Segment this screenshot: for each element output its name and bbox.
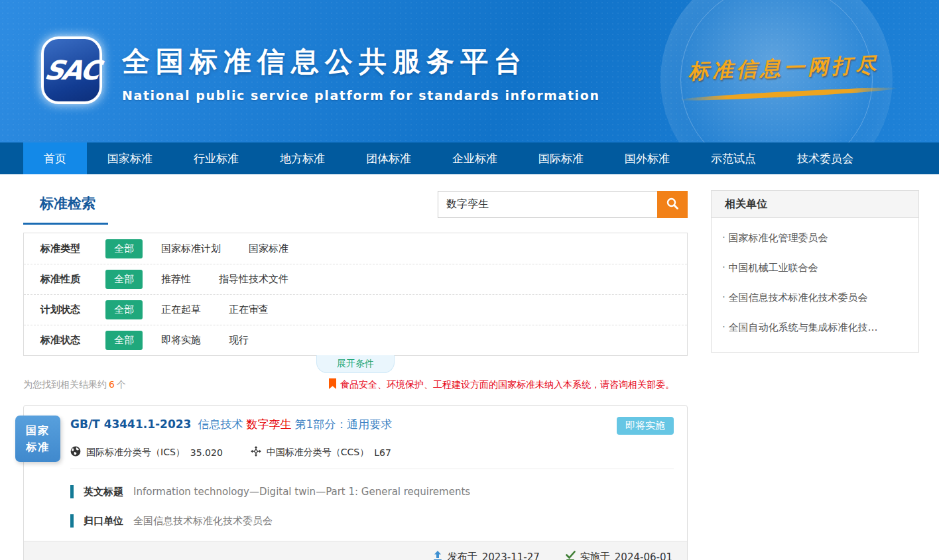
ccs-group: 中国标准分类号（CCS） L67 [251, 446, 391, 459]
brand[interactable]: SAC 全国标准信息公共服务平台 National public service… [41, 36, 600, 104]
detail-label: 归口单位 [84, 515, 123, 528]
detail-value: 全国信息技术标准化技术委员会 [133, 515, 273, 528]
results-count: 为您找到相关结果约6个 [23, 379, 126, 391]
system-notice: 食品安全、环境保护、工程建设方面的国家标准未纳入本系统，请咨询相关部委。 [328, 378, 674, 392]
related-unit-link[interactable]: 中国机械工业联合会 [722, 253, 908, 283]
ccs-value: L67 [374, 447, 391, 458]
related-units-panel: 相关单位 国家标准化管理委员会 中国机械工业联合会 全国信息技术标准化技术委员会… [711, 190, 919, 353]
expand-conditions-button[interactable]: 展开条件 [316, 355, 395, 373]
nav-item-industry-standards[interactable]: 行业标准 [173, 142, 259, 174]
filter-all-button[interactable]: 全部 [105, 239, 143, 258]
site-title: 全国标准信息公共服务平台 [122, 43, 600, 80]
card-meta-row: 国际标准分类号（ICS） 35.020 [70, 446, 674, 459]
nav-item-international-standards[interactable]: 国际标准 [518, 142, 604, 174]
site-header: SAC 全国标准信息公共服务平台 National public service… [0, 0, 939, 142]
publish-label: 发布于 [448, 551, 477, 560]
type-badge-line2: 标准 [26, 439, 50, 455]
search-section: 标准检索 [23, 190, 688, 225]
search-box [438, 191, 688, 218]
standard-title-link[interactable]: GB/T 43441.1-2023信息技术数字孪生第1部分：通用要求 [70, 417, 603, 432]
standard-type-badge[interactable]: 国家 标准 [15, 416, 60, 462]
filter-option[interactable]: 正在起草 [161, 304, 201, 316]
notice-text: 食品安全、环境保护、工程建设方面的国家标准未纳入本系统，请咨询相关部委。 [340, 379, 674, 391]
sac-logo-text: SAC [42, 55, 101, 85]
results-count-number: 6 [109, 379, 115, 390]
compass-icon [251, 446, 261, 459]
filter-all-button[interactable]: 全部 [105, 300, 143, 319]
filter-label: 标准性质 [40, 273, 105, 286]
implement-date: 2024-06-01 [615, 551, 672, 560]
card-title-row: GB/T 43441.1-2023信息技术数字孪生第1部分：通用要求 即将实施 [70, 417, 674, 435]
check-icon [565, 551, 576, 560]
related-units-list: 国家标准化管理委员会 中国机械工业联合会 全国信息技术标准化技术委员会 全国自动… [712, 218, 918, 352]
ics-group: 国际标准分类号（ICS） 35.020 [70, 446, 223, 459]
related-units-title: 相关单位 [712, 191, 918, 218]
filter-label: 计划状态 [40, 304, 105, 316]
filter-option[interactable]: 现行 [229, 334, 249, 347]
nav-item-home[interactable]: 首页 [23, 142, 87, 174]
sac-logo: SAC [41, 36, 102, 104]
filter-option[interactable]: 国家标准 [249, 243, 288, 255]
filter-row-standard-status: 标准状态 全部 即将实施 现行 [24, 325, 687, 355]
filter-label: 标准状态 [40, 334, 105, 347]
ccs-label: 中国标准分类号（CCS） [267, 447, 369, 459]
search-button[interactable] [657, 191, 688, 218]
card-divider [70, 469, 674, 469]
status-badge: 即将实施 [617, 417, 674, 435]
filter-option[interactable]: 正在审查 [229, 304, 269, 316]
filter-option[interactable]: 推荐性 [161, 273, 191, 286]
publish-date: 2023-11-27 [482, 551, 540, 560]
bookmark-icon [328, 378, 337, 392]
search-icon [666, 197, 679, 212]
teal-bar [70, 514, 74, 528]
teal-bar [70, 485, 74, 498]
search-input[interactable] [438, 191, 657, 218]
ics-label: 国际标准分类号（ICS） [86, 447, 185, 459]
nav-item-foreign-standards[interactable]: 国外标准 [604, 142, 690, 174]
filter-box: 标准类型 全部 国家标准计划 国家标准 标准性质 全部 推荐性 指导性技术文件 … [23, 233, 688, 356]
ics-value: 35.020 [190, 447, 223, 458]
standard-title-seg1: 信息技术 [198, 418, 243, 431]
section-title: 标准检索 [23, 190, 108, 225]
nav-item-pilot[interactable]: 示范试点 [690, 142, 777, 174]
standard-title-seg2: 第1部分：通用要求 [294, 418, 392, 431]
filter-option[interactable]: 指导性技术文件 [219, 273, 288, 286]
publish-date-item: 发布于 2023-11-27 [432, 551, 540, 560]
filter-label: 标准类型 [40, 243, 105, 255]
nav-item-local-standards[interactable]: 地方标准 [259, 142, 345, 174]
related-unit-link[interactable]: 全国自动化系统与集成标准化技… [722, 313, 908, 343]
site-titles: 全国标准信息公共服务平台 National public service pla… [122, 36, 600, 103]
standard-code: GB/T 43441.1-2023 [70, 418, 191, 431]
related-unit-link[interactable]: 全国信息技术标准化技术委员会 [722, 283, 908, 313]
standard-result-card: 国家 标准 GB/T 43441.1-2023信息技术数字孪生第1部分：通用要求… [23, 405, 688, 560]
publish-icon [432, 551, 443, 560]
filter-all-button[interactable]: 全部 [105, 270, 143, 289]
filter-row-plan-status: 计划状态 全部 正在起草 正在审查 [24, 294, 687, 325]
nav-item-technical-committee[interactable]: 技术委员会 [777, 142, 874, 174]
nav-item-national-standards[interactable]: 国家标准 [87, 142, 173, 174]
globe-icon [70, 446, 81, 459]
page-content: 标准检索 标准类型 全部 国家标准计划 国家标准 [0, 174, 939, 560]
results-count-suffix: 个 [117, 379, 126, 390]
type-badge-line1: 国家 [26, 422, 50, 439]
filter-option[interactable]: 国家标准计划 [161, 243, 221, 255]
english-title-row: 英文标题 Information technology—Digital twin… [70, 485, 674, 498]
nav-item-enterprise-standards[interactable]: 企业标准 [432, 142, 518, 174]
card-body: GB/T 43441.1-2023信息技术数字孪生第1部分：通用要求 即将实施 [24, 406, 687, 541]
main-column: 标准检索 标准类型 全部 国家标准计划 国家标准 [23, 190, 688, 560]
results-info-row: 为您找到相关结果约6个 食品安全、环境保护、工程建设方面的国家标准未纳入本系统，… [23, 378, 688, 392]
implement-date-item: 实施于 2024-06-01 [565, 551, 672, 560]
implement-label: 实施于 [580, 551, 610, 560]
nav-item-group-standards[interactable]: 团体标准 [345, 142, 432, 174]
filter-all-button[interactable]: 全部 [105, 331, 143, 350]
related-unit-link[interactable]: 国家标准化管理委员会 [722, 223, 908, 253]
standard-title-highlight: 数字孪生 [246, 418, 291, 431]
main-nav: 首页 国家标准 行业标准 地方标准 团体标准 企业标准 国际标准 国外标准 示范… [0, 142, 939, 174]
site-subtitle: National public service platform for sta… [122, 88, 600, 103]
filter-option[interactable]: 即将实施 [161, 334, 201, 347]
detail-value: Information technology—Digital twin—Part… [133, 486, 470, 498]
committee-row: 归口单位 全国信息技术标准化技术委员会 [70, 514, 674, 528]
filter-row-standard-nature: 标准性质 全部 推荐性 指导性技术文件 [24, 264, 687, 294]
results-count-prefix: 为您找到相关结果约 [23, 379, 107, 390]
detail-label: 英文标题 [84, 486, 123, 498]
